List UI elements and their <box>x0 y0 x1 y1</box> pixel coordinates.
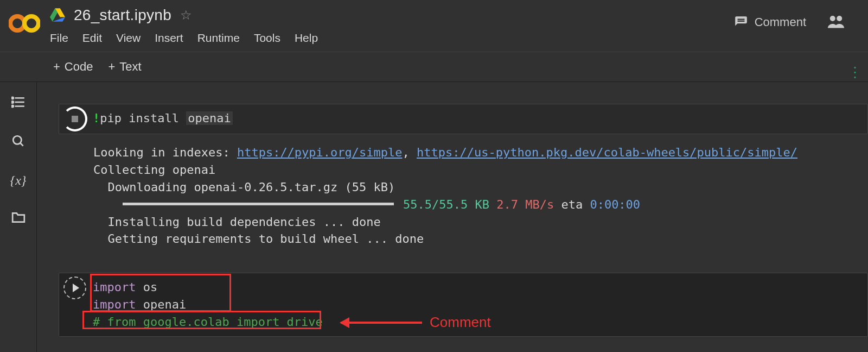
svg-point-11 <box>11 101 13 103</box>
progress-bar <box>123 203 394 205</box>
svg-point-6 <box>837 16 842 21</box>
menu-bar: File Edit View Insert Runtime Tools Help <box>50 26 734 45</box>
plus-icon: + <box>108 60 115 74</box>
run-cell-button[interactable] <box>63 108 86 130</box>
svg-line-14 <box>20 143 23 146</box>
add-text-label: Text <box>119 60 141 74</box>
search-icon[interactable] <box>11 134 25 150</box>
menu-help[interactable]: Help <box>295 32 318 45</box>
code-cell: !pip install openai Looking in indexes: … <box>59 104 868 248</box>
code-editor[interactable]: !pip install openai <box>93 108 863 129</box>
output-text: Installing build dependencies ... done <box>93 215 381 229</box>
comment-button[interactable]: Comment <box>734 15 806 29</box>
code-token: ! <box>93 111 100 125</box>
svg-point-12 <box>11 105 13 107</box>
menu-edit[interactable]: Edit <box>82 32 102 45</box>
output-text: 2.7 MB/s <box>489 198 554 211</box>
files-icon[interactable] <box>11 211 25 226</box>
notebook-area: !pip install openai Looking in indexes: … <box>37 82 868 352</box>
menu-insert[interactable]: Insert <box>155 32 183 45</box>
code-token: openai <box>186 111 232 125</box>
code-token: import <box>93 280 136 294</box>
code-token: # from google.colab import drive <box>93 315 323 329</box>
output-text: , <box>403 146 417 159</box>
output-text: Looking in indexes: <box>93 146 237 159</box>
insert-toolbar: + Code + Text <box>0 52 868 82</box>
annotation-label: Comment <box>430 314 491 331</box>
svg-point-13 <box>13 136 21 144</box>
annotation-arrow: Comment <box>341 314 491 331</box>
toc-icon[interactable] <box>11 95 25 111</box>
output-text: 55.5/55.5 KB <box>396 198 489 211</box>
star-icon[interactable]: ☆ <box>180 8 192 23</box>
output-text: 0:00:00 <box>590 198 640 211</box>
output-text: Collecting openai <box>93 163 215 177</box>
menu-file[interactable]: File <box>50 32 68 45</box>
cell-output: Looking in indexes: https://pypi.org/sim… <box>59 134 868 248</box>
code-token: os <box>136 280 157 294</box>
output-text: Downloading openai-0.26.5.tar.gz (55 kB) <box>93 180 395 194</box>
left-sidebar: {x} <box>0 82 37 352</box>
output-text: eta <box>554 198 590 211</box>
svg-point-1 <box>24 16 39 30</box>
drive-icon <box>50 8 65 22</box>
code-cell: import os import openai # from google.co… <box>59 273 868 337</box>
comment-button-label: Comment <box>755 15 806 29</box>
code-token: pip install <box>100 111 186 125</box>
menu-runtime[interactable]: Runtime <box>197 32 240 45</box>
code-token: import <box>93 298 136 311</box>
add-text-button[interactable]: + Text <box>108 60 141 74</box>
code-token: openai <box>136 298 186 311</box>
variables-icon[interactable]: {x} <box>10 173 27 188</box>
menu-view[interactable]: View <box>116 32 141 45</box>
more-menu-icon[interactable]: ⋮ <box>848 64 863 81</box>
output-link[interactable]: https://us-python.pkg.dev/colab-wheels/p… <box>417 146 797 159</box>
output-link[interactable]: https://pypi.org/simple <box>237 146 403 159</box>
menu-tools[interactable]: Tools <box>254 32 280 45</box>
app-header: 26_start.ipynb ☆ File Edit View Insert R… <box>0 0 868 52</box>
svg-point-10 <box>11 97 13 99</box>
output-text: Getting requirements to build wheel ... … <box>93 232 424 246</box>
document-title[interactable]: 26_start.ipynb <box>74 7 171 24</box>
colab-logo-icon <box>9 8 40 39</box>
svg-point-5 <box>830 16 835 21</box>
code-cell-input[interactable]: !pip install openai <box>59 104 868 134</box>
share-icon[interactable] <box>828 14 844 30</box>
plus-icon: + <box>53 60 60 74</box>
add-code-label: Code <box>65 60 93 74</box>
add-code-button[interactable]: + Code <box>53 60 93 74</box>
run-cell-button[interactable] <box>63 276 86 299</box>
comment-icon <box>734 15 748 29</box>
